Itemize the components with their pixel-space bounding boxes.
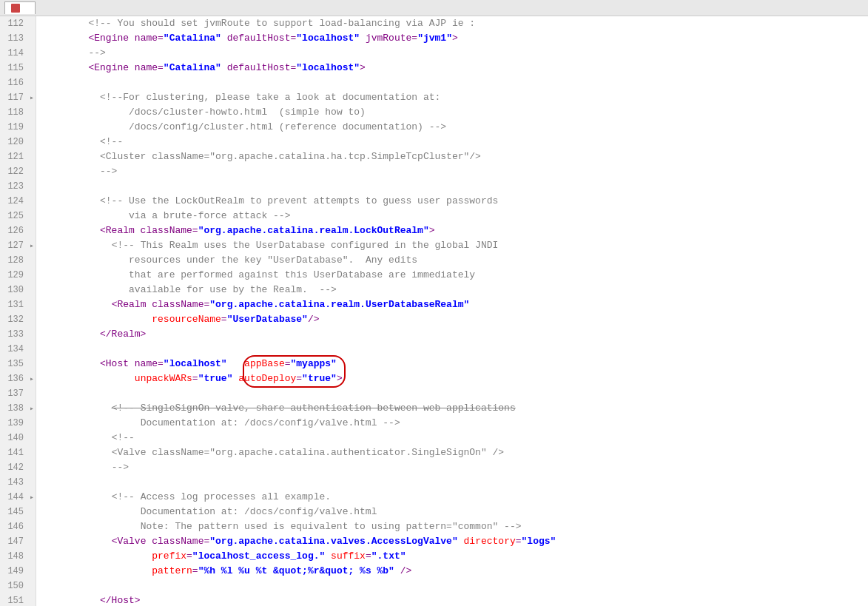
xml-tag: > [452, 33, 458, 44]
xml-tag: <Engine name= [88, 62, 163, 73]
line-row: 120 [0, 135, 36, 149]
code-line: /docs/config/cluster.html (reference doc… [42, 120, 868, 135]
line-number: 142 [0, 460, 28, 475]
line-row: 131 [0, 297, 36, 312]
fold-icon[interactable]: ▸ [28, 242, 36, 249]
line-row: 144▸ [0, 490, 36, 505]
fold-icon [28, 508, 36, 516]
line-row: 119 [0, 120, 36, 135]
line-number: 118 [0, 105, 28, 120]
line-row: 126 [0, 223, 36, 238]
xml-tag: = [516, 536, 522, 547]
xml-tag: <Realm className= [100, 225, 198, 236]
code-lines: <!-- You should set jvmRoute to support … [36, 16, 868, 606]
fold-icon[interactable]: ▸ [28, 94, 36, 101]
line-number: 147 [0, 534, 28, 549]
fold-icon [28, 272, 36, 279]
line-row: 125 [0, 209, 36, 223]
code-line: <Host name="localhost" appBase="myapps" [42, 357, 868, 371]
attr-value: "org.apache.catalina.valves.AccessLogVal… [209, 536, 457, 547]
attr-value: "logs" [522, 536, 556, 547]
comment-text: that are performed against this UserData… [129, 269, 475, 280]
line-number: 149 [0, 564, 28, 579]
line-number: 131 [0, 297, 28, 312]
line-row: 112 [0, 16, 36, 31]
attr-value: "localhost" [296, 33, 360, 44]
xml-tag: = [186, 551, 192, 562]
attr-name: resourceName [152, 314, 221, 325]
attr-name: directory [464, 536, 516, 547]
code-line: </Realm> [42, 327, 868, 342]
attr-name: prefix [152, 551, 186, 562]
comment-text: <!-- [100, 136, 123, 147]
line-number: 113 [0, 31, 28, 46]
attr-name: pattern [152, 565, 192, 576]
xml-tag: > [360, 62, 366, 73]
attr-value-highlighted: "myapps" [291, 358, 337, 369]
line-row: 133 [0, 327, 36, 342]
line-row: 123 [0, 179, 36, 194]
line-row: 145 [0, 505, 36, 519]
line-row: 151 [0, 593, 36, 606]
line-row: 139 [0, 416, 36, 431]
comment-text: via a brute-force attack --> [129, 210, 290, 221]
code-line: <!-- [42, 431, 868, 445]
line-number: 132 [0, 312, 28, 327]
line-row: 118 [0, 105, 36, 120]
code-line [42, 342, 868, 357]
comment-text: available for use by the Realm. --> [129, 284, 337, 295]
code-line [42, 475, 868, 490]
line-row: 140 [0, 431, 36, 445]
line-row: 121 [0, 149, 36, 164]
code-line: pattern="%h %l %u %t &quot;%r&quot; %s %… [42, 564, 868, 579]
line-number: 124 [0, 194, 28, 209]
line-number: 146 [0, 519, 28, 534]
line-row: 134 [0, 342, 36, 357]
file-tab[interactable] [4, 1, 36, 14]
line-row: 130 [0, 283, 36, 297]
line-number: 112 [0, 16, 28, 31]
comment-text: /docs/config/cluster.html (reference doc… [129, 121, 446, 132]
xml-tag: /> [308, 314, 320, 325]
line-number: 121 [0, 149, 28, 164]
xml-tag: = [296, 373, 302, 384]
code-line: unpackWARs="true" autoDeploy="true"> [42, 371, 868, 386]
fold-icon [28, 20, 36, 27]
line-row: 142 [0, 460, 36, 475]
xml-tag [458, 536, 464, 547]
attr-value: "Catalina" [164, 33, 221, 44]
code-line: Note: The pattern used is equivalent to … [42, 519, 868, 534]
fold-icon [28, 449, 36, 457]
line-number: 151 [0, 593, 28, 606]
line-row: 150 [0, 579, 36, 593]
comment-text: --> [88, 47, 105, 58]
fold-icon[interactable]: ▸ [28, 494, 36, 501]
attr-value-highlighted: "localhost" [164, 358, 227, 369]
fold-icon [28, 523, 36, 531]
fold-icon[interactable]: ▸ [28, 375, 36, 383]
xml-tag: defaultHost= [221, 62, 296, 73]
fold-icon [28, 153, 36, 161]
fold-icon [28, 124, 36, 131]
line-number: 143 [0, 475, 28, 490]
code-line: <Realm className="org.apache.catalina.re… [42, 297, 868, 312]
attr-name: suffix [331, 551, 366, 562]
line-row: 116 [0, 75, 36, 90]
code-line [42, 386, 868, 401]
line-number: 139 [0, 416, 28, 431]
line-number: 126 [0, 223, 28, 238]
fold-icon [28, 227, 36, 235]
fold-icon [28, 109, 36, 116]
fold-icon [28, 390, 36, 397]
comment-text: resources under the key "UserDatabase". … [129, 255, 417, 266]
attr-value-highlighted: "true" [302, 373, 337, 384]
attr-name: appBase [244, 358, 285, 369]
line-row: 149 [0, 564, 36, 579]
code-line: <Engine name="Catalina" defaultHost="loc… [42, 31, 868, 46]
line-row: 138▸ [0, 401, 36, 416]
comment-text: <!-- [112, 432, 135, 443]
fold-icon [28, 597, 36, 605]
code-line: --> [42, 460, 868, 475]
fold-icon[interactable]: ▸ [28, 405, 36, 412]
line-row: 117▸ [0, 90, 36, 105]
